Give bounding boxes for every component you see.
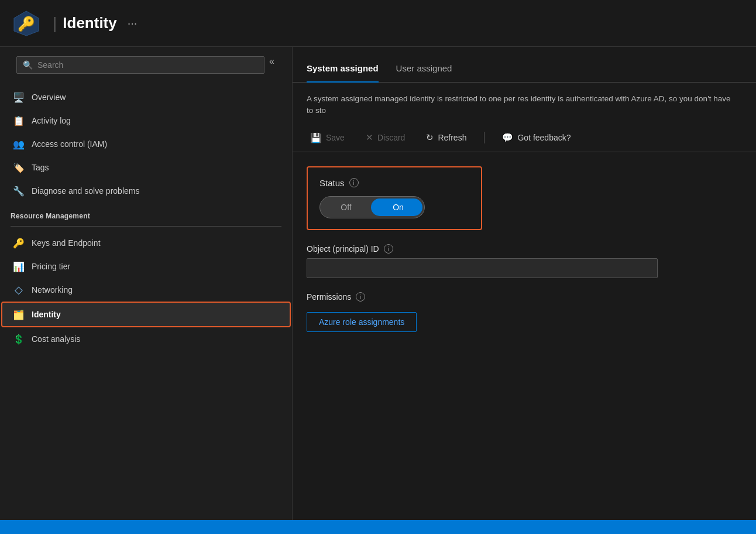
identity-icon: 🗂️: [13, 309, 25, 320]
sidebar-item-label: Diagnose and solve problems: [32, 186, 139, 196]
object-id-label: Object (principal) ID: [307, 244, 379, 254]
sidebar-item-access-control[interactable]: 👥 Access control (IAM): [2, 132, 290, 156]
top-bar: 🔑 | Identity ···: [0, 0, 756, 47]
sidebar-item-label: Keys and Endpoint: [32, 238, 101, 248]
sidebar-item-label: Overview: [32, 93, 66, 102]
discard-label: Discard: [377, 133, 405, 142]
sidebar-item-diagnose[interactable]: 🔧 Diagnose and solve problems: [2, 179, 290, 203]
status-label-row: Status i: [319, 178, 469, 188]
search-row: 🔍 «: [0, 47, 292, 81]
app-icon: 🔑: [12, 9, 41, 38]
resource-management-header: Resource Management: [0, 203, 292, 224]
sidebar-item-tags[interactable]: 🏷️ Tags: [2, 156, 290, 179]
title-separator: |: [53, 14, 57, 33]
refresh-label: Refresh: [438, 133, 466, 142]
diagnose-icon: 🔧: [13, 185, 25, 197]
sidebar-item-label: Access control (IAM): [32, 139, 107, 149]
tab-user-assigned[interactable]: User assigned: [396, 59, 452, 83]
sidebar-item-label: Networking: [32, 285, 73, 295]
permissions-label-row: Permissions i: [307, 292, 742, 302]
azure-role-assignments-button[interactable]: Azure role assignments: [307, 312, 417, 332]
status-label: Status: [319, 178, 345, 188]
toggle-on-option[interactable]: On: [372, 200, 424, 214]
sidebar-item-overview[interactable]: 🖥️ Overview: [2, 85, 290, 109]
status-toggle[interactable]: Off On: [319, 196, 425, 218]
tags-icon: 🏷️: [13, 162, 25, 173]
overview-icon: 🖥️: [13, 91, 25, 103]
discard-button[interactable]: ✕ Discard: [362, 130, 408, 145]
object-id-section: Object (principal) ID i: [307, 244, 742, 278]
sidebar-item-identity[interactable]: 🗂️ Identity: [2, 303, 290, 326]
save-button[interactable]: 💾 Save: [307, 130, 348, 146]
activity-log-icon: 📋: [13, 115, 25, 126]
sidebar-item-label: Identity: [32, 310, 61, 319]
permissions-label: Permissions: [307, 292, 351, 302]
object-id-info-icon[interactable]: i: [384, 244, 393, 254]
description-text: A system assigned managed identity is re…: [293, 83, 749, 124]
footer-bar: [0, 520, 756, 534]
tab-system-assigned[interactable]: System assigned: [307, 59, 379, 83]
sidebar: 🔍 « 🖥️ Overview 📋 Activity log 👥 Access …: [0, 47, 293, 520]
object-id-label-row: Object (principal) ID i: [307, 244, 742, 254]
sidebar-item-label: Cost analysis: [32, 334, 80, 344]
sidebar-item-label: Tags: [32, 163, 49, 172]
tabs-row: System assigned User assigned: [293, 47, 756, 83]
sidebar-item-label: Activity log: [32, 116, 71, 125]
iam-icon: 👥: [13, 138, 25, 150]
section-content: Status i Off On Object (principal) ID i: [293, 152, 756, 346]
permissions-section: Permissions i Azure role assignments: [307, 292, 742, 332]
cost-icon: 💲: [13, 333, 25, 345]
save-label: Save: [326, 133, 345, 142]
page-title: Identity: [63, 14, 116, 32]
main-layout: 🔍 « 🖥️ Overview 📋 Activity log 👥 Access …: [0, 47, 756, 520]
refresh-button[interactable]: ↻ Refresh: [422, 130, 470, 145]
status-box: Status i Off On: [307, 166, 482, 230]
networking-icon: ◇: [13, 284, 25, 296]
keys-icon: 🔑: [13, 237, 25, 249]
pricing-icon: 📊: [13, 261, 25, 272]
sidebar-item-label: Pricing tier: [32, 262, 70, 271]
section-divider: [11, 226, 281, 227]
toolbar-separator: [484, 132, 484, 143]
search-bar[interactable]: 🔍: [16, 56, 264, 74]
toggle-off-option[interactable]: Off: [320, 200, 372, 214]
content-area: System assigned User assigned A system a…: [293, 47, 756, 520]
feedback-label: Got feedback?: [517, 133, 571, 142]
search-icon: 🔍: [23, 60, 33, 70]
status-info-icon[interactable]: i: [349, 178, 359, 187]
object-id-input[interactable]: [307, 258, 658, 278]
refresh-icon: ↻: [426, 132, 434, 143]
discard-icon: ✕: [366, 132, 373, 143]
feedback-icon: 💬: [502, 132, 513, 143]
sidebar-item-keys-endpoint[interactable]: 🔑 Keys and Endpoint: [2, 231, 290, 255]
top-bar-title: | Identity ···: [53, 14, 137, 33]
search-input[interactable]: [37, 60, 258, 70]
sidebar-item-activity-log[interactable]: 📋 Activity log: [2, 109, 290, 132]
collapse-button[interactable]: «: [264, 54, 279, 69]
save-icon: 💾: [310, 132, 322, 143]
toolbar: 💾 Save ✕ Discard ↻ Refresh 💬 Got feedbac…: [293, 124, 756, 152]
sidebar-item-cost-analysis[interactable]: 💲 Cost analysis: [2, 327, 290, 351]
more-options-icon[interactable]: ···: [128, 16, 138, 30]
permissions-info-icon[interactable]: i: [356, 292, 365, 302]
feedback-button[interactable]: 💬 Got feedback?: [499, 130, 574, 145]
sidebar-item-pricing-tier[interactable]: 📊 Pricing tier: [2, 255, 290, 278]
sidebar-item-networking[interactable]: ◇ Networking: [2, 278, 290, 302]
svg-text:🔑: 🔑: [18, 15, 35, 32]
